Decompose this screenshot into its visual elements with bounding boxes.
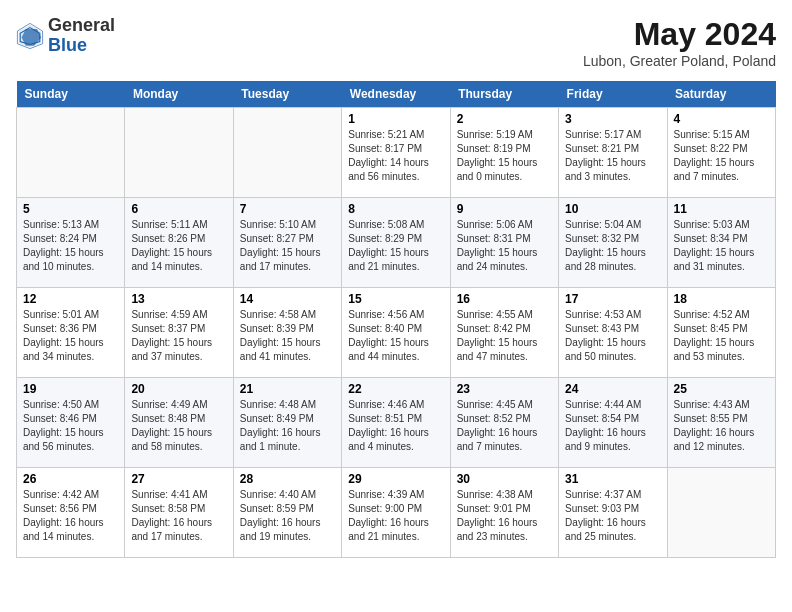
calendar-table: SundayMondayTuesdayWednesdayThursdayFrid… — [16, 81, 776, 558]
day-info: Sunrise: 4:39 AM Sunset: 9:00 PM Dayligh… — [348, 488, 443, 544]
day-info: Sunrise: 4:40 AM Sunset: 8:59 PM Dayligh… — [240, 488, 335, 544]
calendar-cell: 4Sunrise: 5:15 AM Sunset: 8:22 PM Daylig… — [667, 108, 775, 198]
day-number: 30 — [457, 472, 552, 486]
day-info: Sunrise: 4:45 AM Sunset: 8:52 PM Dayligh… — [457, 398, 552, 454]
column-header-monday: Monday — [125, 81, 233, 108]
calendar-cell: 14Sunrise: 4:58 AM Sunset: 8:39 PM Dayli… — [233, 288, 341, 378]
day-number: 28 — [240, 472, 335, 486]
day-number: 17 — [565, 292, 660, 306]
month-year-title: May 2024 — [583, 16, 776, 53]
day-info: Sunrise: 4:42 AM Sunset: 8:56 PM Dayligh… — [23, 488, 118, 544]
calendar-cell: 18Sunrise: 4:52 AM Sunset: 8:45 PM Dayli… — [667, 288, 775, 378]
calendar-cell: 17Sunrise: 4:53 AM Sunset: 8:43 PM Dayli… — [559, 288, 667, 378]
day-info: Sunrise: 5:06 AM Sunset: 8:31 PM Dayligh… — [457, 218, 552, 274]
column-header-saturday: Saturday — [667, 81, 775, 108]
calendar-cell: 28Sunrise: 4:40 AM Sunset: 8:59 PM Dayli… — [233, 468, 341, 558]
day-info: Sunrise: 4:56 AM Sunset: 8:40 PM Dayligh… — [348, 308, 443, 364]
calendar-cell: 16Sunrise: 4:55 AM Sunset: 8:42 PM Dayli… — [450, 288, 558, 378]
day-number: 3 — [565, 112, 660, 126]
day-info: Sunrise: 5:03 AM Sunset: 8:34 PM Dayligh… — [674, 218, 769, 274]
day-info: Sunrise: 4:44 AM Sunset: 8:54 PM Dayligh… — [565, 398, 660, 454]
calendar-cell — [125, 108, 233, 198]
day-number: 4 — [674, 112, 769, 126]
logo-text: General Blue — [48, 16, 115, 56]
calendar-cell: 10Sunrise: 5:04 AM Sunset: 8:32 PM Dayli… — [559, 198, 667, 288]
calendar-header-row: SundayMondayTuesdayWednesdayThursdayFrid… — [17, 81, 776, 108]
day-info: Sunrise: 5:08 AM Sunset: 8:29 PM Dayligh… — [348, 218, 443, 274]
calendar-cell: 31Sunrise: 4:37 AM Sunset: 9:03 PM Dayli… — [559, 468, 667, 558]
day-number: 6 — [131, 202, 226, 216]
calendar-week-row: 1Sunrise: 5:21 AM Sunset: 8:17 PM Daylig… — [17, 108, 776, 198]
calendar-cell: 19Sunrise: 4:50 AM Sunset: 8:46 PM Dayli… — [17, 378, 125, 468]
calendar-cell: 11Sunrise: 5:03 AM Sunset: 8:34 PM Dayli… — [667, 198, 775, 288]
logo: General Blue — [16, 16, 115, 56]
column-header-wednesday: Wednesday — [342, 81, 450, 108]
calendar-week-row: 12Sunrise: 5:01 AM Sunset: 8:36 PM Dayli… — [17, 288, 776, 378]
logo-general: General — [48, 15, 115, 35]
day-info: Sunrise: 5:19 AM Sunset: 8:19 PM Dayligh… — [457, 128, 552, 184]
day-number: 27 — [131, 472, 226, 486]
day-number: 12 — [23, 292, 118, 306]
day-number: 11 — [674, 202, 769, 216]
day-number: 1 — [348, 112, 443, 126]
day-info: Sunrise: 4:59 AM Sunset: 8:37 PM Dayligh… — [131, 308, 226, 364]
day-info: Sunrise: 5:04 AM Sunset: 8:32 PM Dayligh… — [565, 218, 660, 274]
day-number: 25 — [674, 382, 769, 396]
day-number: 23 — [457, 382, 552, 396]
day-info: Sunrise: 4:52 AM Sunset: 8:45 PM Dayligh… — [674, 308, 769, 364]
day-number: 20 — [131, 382, 226, 396]
day-info: Sunrise: 5:11 AM Sunset: 8:26 PM Dayligh… — [131, 218, 226, 274]
day-info: Sunrise: 4:58 AM Sunset: 8:39 PM Dayligh… — [240, 308, 335, 364]
calendar-cell: 22Sunrise: 4:46 AM Sunset: 8:51 PM Dayli… — [342, 378, 450, 468]
calendar-cell: 2Sunrise: 5:19 AM Sunset: 8:19 PM Daylig… — [450, 108, 558, 198]
day-number: 10 — [565, 202, 660, 216]
day-info: Sunrise: 4:53 AM Sunset: 8:43 PM Dayligh… — [565, 308, 660, 364]
calendar-cell: 8Sunrise: 5:08 AM Sunset: 8:29 PM Daylig… — [342, 198, 450, 288]
calendar-cell: 5Sunrise: 5:13 AM Sunset: 8:24 PM Daylig… — [17, 198, 125, 288]
day-info: Sunrise: 4:46 AM Sunset: 8:51 PM Dayligh… — [348, 398, 443, 454]
day-number: 7 — [240, 202, 335, 216]
calendar-week-row: 5Sunrise: 5:13 AM Sunset: 8:24 PM Daylig… — [17, 198, 776, 288]
day-info: Sunrise: 4:37 AM Sunset: 9:03 PM Dayligh… — [565, 488, 660, 544]
calendar-cell — [17, 108, 125, 198]
day-number: 13 — [131, 292, 226, 306]
day-info: Sunrise: 5:21 AM Sunset: 8:17 PM Dayligh… — [348, 128, 443, 184]
day-info: Sunrise: 4:55 AM Sunset: 8:42 PM Dayligh… — [457, 308, 552, 364]
location-subtitle: Lubon, Greater Poland, Poland — [583, 53, 776, 69]
calendar-cell: 24Sunrise: 4:44 AM Sunset: 8:54 PM Dayli… — [559, 378, 667, 468]
logo-icon — [16, 22, 44, 50]
day-info: Sunrise: 4:50 AM Sunset: 8:46 PM Dayligh… — [23, 398, 118, 454]
day-number: 14 — [240, 292, 335, 306]
calendar-cell: 12Sunrise: 5:01 AM Sunset: 8:36 PM Dayli… — [17, 288, 125, 378]
title-area: May 2024 Lubon, Greater Poland, Poland — [583, 16, 776, 69]
calendar-cell: 30Sunrise: 4:38 AM Sunset: 9:01 PM Dayli… — [450, 468, 558, 558]
day-number: 15 — [348, 292, 443, 306]
calendar-cell: 20Sunrise: 4:49 AM Sunset: 8:48 PM Dayli… — [125, 378, 233, 468]
day-info: Sunrise: 5:15 AM Sunset: 8:22 PM Dayligh… — [674, 128, 769, 184]
calendar-cell: 15Sunrise: 4:56 AM Sunset: 8:40 PM Dayli… — [342, 288, 450, 378]
day-info: Sunrise: 5:10 AM Sunset: 8:27 PM Dayligh… — [240, 218, 335, 274]
calendar-week-row: 19Sunrise: 4:50 AM Sunset: 8:46 PM Dayli… — [17, 378, 776, 468]
day-number: 19 — [23, 382, 118, 396]
day-info: Sunrise: 4:48 AM Sunset: 8:49 PM Dayligh… — [240, 398, 335, 454]
calendar-cell — [667, 468, 775, 558]
column-header-friday: Friday — [559, 81, 667, 108]
day-number: 31 — [565, 472, 660, 486]
day-number: 5 — [23, 202, 118, 216]
column-header-thursday: Thursday — [450, 81, 558, 108]
day-number: 8 — [348, 202, 443, 216]
calendar-cell: 25Sunrise: 4:43 AM Sunset: 8:55 PM Dayli… — [667, 378, 775, 468]
calendar-cell: 27Sunrise: 4:41 AM Sunset: 8:58 PM Dayli… — [125, 468, 233, 558]
calendar-cell: 29Sunrise: 4:39 AM Sunset: 9:00 PM Dayli… — [342, 468, 450, 558]
calendar-cell: 21Sunrise: 4:48 AM Sunset: 8:49 PM Dayli… — [233, 378, 341, 468]
day-info: Sunrise: 4:38 AM Sunset: 9:01 PM Dayligh… — [457, 488, 552, 544]
day-info: Sunrise: 4:41 AM Sunset: 8:58 PM Dayligh… — [131, 488, 226, 544]
calendar-cell: 6Sunrise: 5:11 AM Sunset: 8:26 PM Daylig… — [125, 198, 233, 288]
day-number: 22 — [348, 382, 443, 396]
calendar-cell: 23Sunrise: 4:45 AM Sunset: 8:52 PM Dayli… — [450, 378, 558, 468]
day-number: 21 — [240, 382, 335, 396]
day-info: Sunrise: 4:49 AM Sunset: 8:48 PM Dayligh… — [131, 398, 226, 454]
day-number: 29 — [348, 472, 443, 486]
calendar-cell: 9Sunrise: 5:06 AM Sunset: 8:31 PM Daylig… — [450, 198, 558, 288]
day-number: 26 — [23, 472, 118, 486]
